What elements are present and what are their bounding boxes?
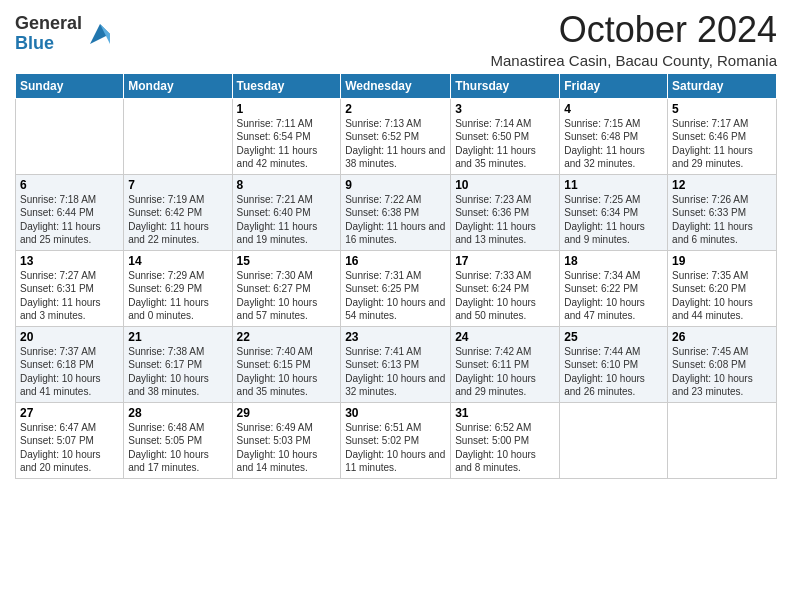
table-row: 2Sunrise: 7:13 AM Sunset: 6:52 PM Daylig… xyxy=(341,98,451,174)
table-row: 11Sunrise: 7:25 AM Sunset: 6:34 PM Dayli… xyxy=(560,174,668,250)
month-title: October 2024 xyxy=(490,10,777,50)
day-number: 19 xyxy=(672,254,772,268)
table-row: 12Sunrise: 7:26 AM Sunset: 6:33 PM Dayli… xyxy=(668,174,777,250)
day-info: Sunrise: 7:44 AM Sunset: 6:10 PM Dayligh… xyxy=(564,345,663,399)
table-row: 15Sunrise: 7:30 AM Sunset: 6:27 PM Dayli… xyxy=(232,250,341,326)
logo: General Blue xyxy=(15,14,114,54)
day-number: 30 xyxy=(345,406,446,420)
day-info: Sunrise: 7:18 AM Sunset: 6:44 PM Dayligh… xyxy=(20,193,119,247)
day-number: 21 xyxy=(128,330,227,344)
day-info: Sunrise: 6:48 AM Sunset: 5:05 PM Dayligh… xyxy=(128,421,227,475)
day-info: Sunrise: 7:13 AM Sunset: 6:52 PM Dayligh… xyxy=(345,117,446,171)
col-friday: Friday xyxy=(560,73,668,98)
table-row xyxy=(668,402,777,478)
day-number: 25 xyxy=(564,330,663,344)
day-info: Sunrise: 7:21 AM Sunset: 6:40 PM Dayligh… xyxy=(237,193,337,247)
day-info: Sunrise: 7:35 AM Sunset: 6:20 PM Dayligh… xyxy=(672,269,772,323)
day-number: 28 xyxy=(128,406,227,420)
calendar-week-row: 27Sunrise: 6:47 AM Sunset: 5:07 PM Dayli… xyxy=(16,402,777,478)
day-number: 7 xyxy=(128,178,227,192)
day-number: 17 xyxy=(455,254,555,268)
table-row: 26Sunrise: 7:45 AM Sunset: 6:08 PM Dayli… xyxy=(668,326,777,402)
table-row: 29Sunrise: 6:49 AM Sunset: 5:03 PM Dayli… xyxy=(232,402,341,478)
day-number: 10 xyxy=(455,178,555,192)
day-number: 23 xyxy=(345,330,446,344)
table-row: 25Sunrise: 7:44 AM Sunset: 6:10 PM Dayli… xyxy=(560,326,668,402)
calendar-table: Sunday Monday Tuesday Wednesday Thursday… xyxy=(15,73,777,479)
day-number: 31 xyxy=(455,406,555,420)
header: General Blue October 2024 Manastirea Cas… xyxy=(15,10,777,69)
table-row: 23Sunrise: 7:41 AM Sunset: 6:13 PM Dayli… xyxy=(341,326,451,402)
day-number: 5 xyxy=(672,102,772,116)
day-number: 12 xyxy=(672,178,772,192)
table-row: 14Sunrise: 7:29 AM Sunset: 6:29 PM Dayli… xyxy=(124,250,232,326)
day-number: 27 xyxy=(20,406,119,420)
table-row: 1Sunrise: 7:11 AM Sunset: 6:54 PM Daylig… xyxy=(232,98,341,174)
day-number: 16 xyxy=(345,254,446,268)
day-number: 26 xyxy=(672,330,772,344)
table-row: 5Sunrise: 7:17 AM Sunset: 6:46 PM Daylig… xyxy=(668,98,777,174)
logo-icon xyxy=(86,20,114,48)
day-number: 4 xyxy=(564,102,663,116)
table-row: 6Sunrise: 7:18 AM Sunset: 6:44 PM Daylig… xyxy=(16,174,124,250)
logo-text: General Blue xyxy=(15,14,82,54)
day-info: Sunrise: 7:26 AM Sunset: 6:33 PM Dayligh… xyxy=(672,193,772,247)
table-row: 7Sunrise: 7:19 AM Sunset: 6:42 PM Daylig… xyxy=(124,174,232,250)
day-info: Sunrise: 7:41 AM Sunset: 6:13 PM Dayligh… xyxy=(345,345,446,399)
logo-general: General xyxy=(15,14,82,34)
table-row xyxy=(124,98,232,174)
col-sunday: Sunday xyxy=(16,73,124,98)
table-row: 9Sunrise: 7:22 AM Sunset: 6:38 PM Daylig… xyxy=(341,174,451,250)
day-info: Sunrise: 7:19 AM Sunset: 6:42 PM Dayligh… xyxy=(128,193,227,247)
table-row: 13Sunrise: 7:27 AM Sunset: 6:31 PM Dayli… xyxy=(16,250,124,326)
day-info: Sunrise: 7:38 AM Sunset: 6:17 PM Dayligh… xyxy=(128,345,227,399)
day-number: 18 xyxy=(564,254,663,268)
table-row: 27Sunrise: 6:47 AM Sunset: 5:07 PM Dayli… xyxy=(16,402,124,478)
table-row xyxy=(16,98,124,174)
day-info: Sunrise: 7:40 AM Sunset: 6:15 PM Dayligh… xyxy=(237,345,337,399)
table-row: 8Sunrise: 7:21 AM Sunset: 6:40 PM Daylig… xyxy=(232,174,341,250)
day-info: Sunrise: 7:22 AM Sunset: 6:38 PM Dayligh… xyxy=(345,193,446,247)
day-number: 1 xyxy=(237,102,337,116)
day-info: Sunrise: 7:34 AM Sunset: 6:22 PM Dayligh… xyxy=(564,269,663,323)
day-number: 20 xyxy=(20,330,119,344)
col-wednesday: Wednesday xyxy=(341,73,451,98)
day-number: 14 xyxy=(128,254,227,268)
day-number: 6 xyxy=(20,178,119,192)
col-tuesday: Tuesday xyxy=(232,73,341,98)
day-number: 11 xyxy=(564,178,663,192)
day-info: Sunrise: 7:37 AM Sunset: 6:18 PM Dayligh… xyxy=(20,345,119,399)
table-row: 10Sunrise: 7:23 AM Sunset: 6:36 PM Dayli… xyxy=(451,174,560,250)
table-row: 24Sunrise: 7:42 AM Sunset: 6:11 PM Dayli… xyxy=(451,326,560,402)
table-row: 31Sunrise: 6:52 AM Sunset: 5:00 PM Dayli… xyxy=(451,402,560,478)
day-info: Sunrise: 6:49 AM Sunset: 5:03 PM Dayligh… xyxy=(237,421,337,475)
day-info: Sunrise: 7:30 AM Sunset: 6:27 PM Dayligh… xyxy=(237,269,337,323)
day-number: 24 xyxy=(455,330,555,344)
day-info: Sunrise: 7:11 AM Sunset: 6:54 PM Dayligh… xyxy=(237,117,337,171)
day-number: 15 xyxy=(237,254,337,268)
table-row: 3Sunrise: 7:14 AM Sunset: 6:50 PM Daylig… xyxy=(451,98,560,174)
day-info: Sunrise: 7:45 AM Sunset: 6:08 PM Dayligh… xyxy=(672,345,772,399)
day-info: Sunrise: 7:17 AM Sunset: 6:46 PM Dayligh… xyxy=(672,117,772,171)
table-row xyxy=(560,402,668,478)
table-row: 19Sunrise: 7:35 AM Sunset: 6:20 PM Dayli… xyxy=(668,250,777,326)
day-number: 22 xyxy=(237,330,337,344)
day-number: 9 xyxy=(345,178,446,192)
day-info: Sunrise: 7:27 AM Sunset: 6:31 PM Dayligh… xyxy=(20,269,119,323)
logo-blue: Blue xyxy=(15,34,82,54)
col-thursday: Thursday xyxy=(451,73,560,98)
table-row: 20Sunrise: 7:37 AM Sunset: 6:18 PM Dayli… xyxy=(16,326,124,402)
day-number: 3 xyxy=(455,102,555,116)
table-row: 22Sunrise: 7:40 AM Sunset: 6:15 PM Dayli… xyxy=(232,326,341,402)
day-number: 29 xyxy=(237,406,337,420)
day-number: 13 xyxy=(20,254,119,268)
day-info: Sunrise: 7:23 AM Sunset: 6:36 PM Dayligh… xyxy=(455,193,555,247)
calendar-week-row: 1Sunrise: 7:11 AM Sunset: 6:54 PM Daylig… xyxy=(16,98,777,174)
location-title: Manastirea Casin, Bacau County, Romania xyxy=(490,52,777,69)
table-row: 30Sunrise: 6:51 AM Sunset: 5:02 PM Dayli… xyxy=(341,402,451,478)
calendar-week-row: 6Sunrise: 7:18 AM Sunset: 6:44 PM Daylig… xyxy=(16,174,777,250)
day-info: Sunrise: 7:14 AM Sunset: 6:50 PM Dayligh… xyxy=(455,117,555,171)
day-info: Sunrise: 6:51 AM Sunset: 5:02 PM Dayligh… xyxy=(345,421,446,475)
day-info: Sunrise: 7:31 AM Sunset: 6:25 PM Dayligh… xyxy=(345,269,446,323)
day-number: 8 xyxy=(237,178,337,192)
